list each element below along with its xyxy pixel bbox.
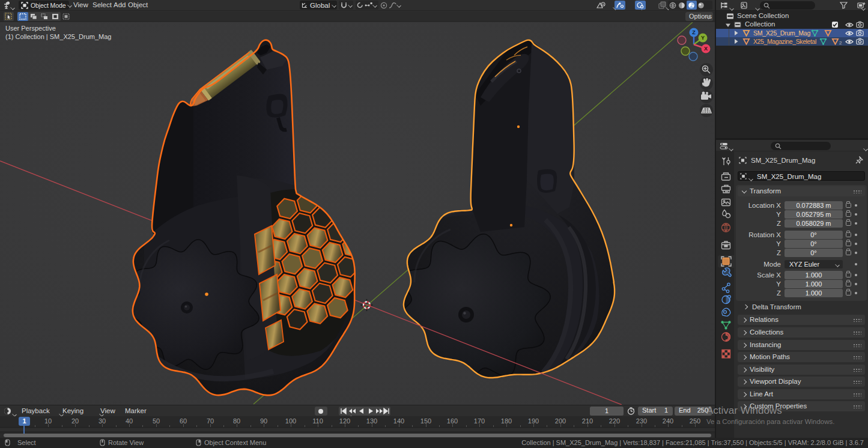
svg-text:Y: Y: [701, 35, 705, 41]
svg-text:X: X: [704, 46, 708, 52]
svg-text:Z: Z: [692, 29, 696, 35]
svg-text:User Perspective: User Perspective: [5, 25, 56, 32]
svg-text:(1) Collection | SM_X25_Drum_M: (1) Collection | SM_X25_Drum_Mag: [5, 33, 111, 40]
